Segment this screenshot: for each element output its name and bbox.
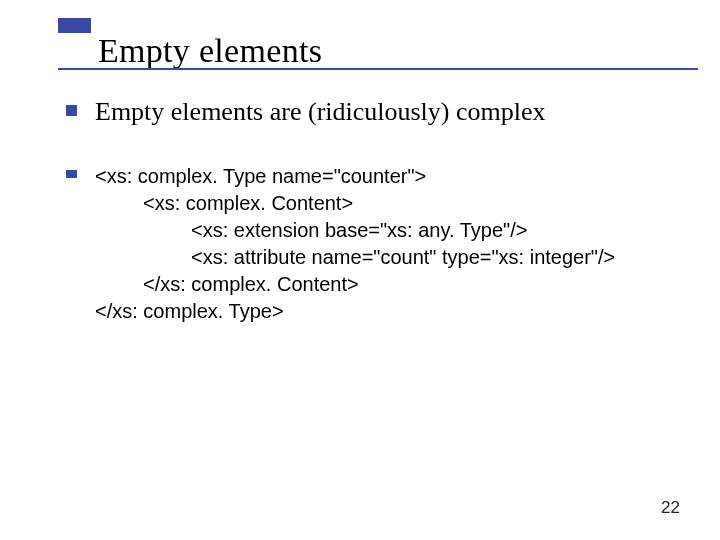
code-line: </xs: complex. Content> [95, 271, 615, 298]
code-line: </xs: complex. Type> [95, 298, 615, 325]
square-bullet-icon [66, 170, 77, 178]
code-block: <xs: complex. Type name="counter"> <xs: … [95, 163, 615, 325]
title-block: Empty elements [58, 18, 322, 70]
bullet-text: Empty elements are (ridiculously) comple… [95, 96, 546, 129]
slide: Empty elements Empty elements are (ridic… [0, 0, 720, 540]
code-line: <xs: complex. Content> [95, 190, 615, 217]
code-line: <xs: extension base="xs: any. Type"/> [95, 217, 615, 244]
content-area: Empty elements are (ridiculously) comple… [66, 96, 666, 359]
code-row: <xs: complex. Type name="counter"> <xs: … [66, 163, 666, 325]
code-line: <xs: complex. Type name="counter"> [95, 163, 615, 190]
slide-title: Empty elements [98, 32, 322, 70]
square-bullet-icon [66, 105, 77, 116]
title-accent-bar [58, 18, 91, 33]
page-number: 22 [661, 498, 680, 518]
title-underline [58, 68, 698, 70]
code-line: <xs: attribute name="count" type="xs: in… [95, 244, 615, 271]
bullet-row: Empty elements are (ridiculously) comple… [66, 96, 666, 129]
